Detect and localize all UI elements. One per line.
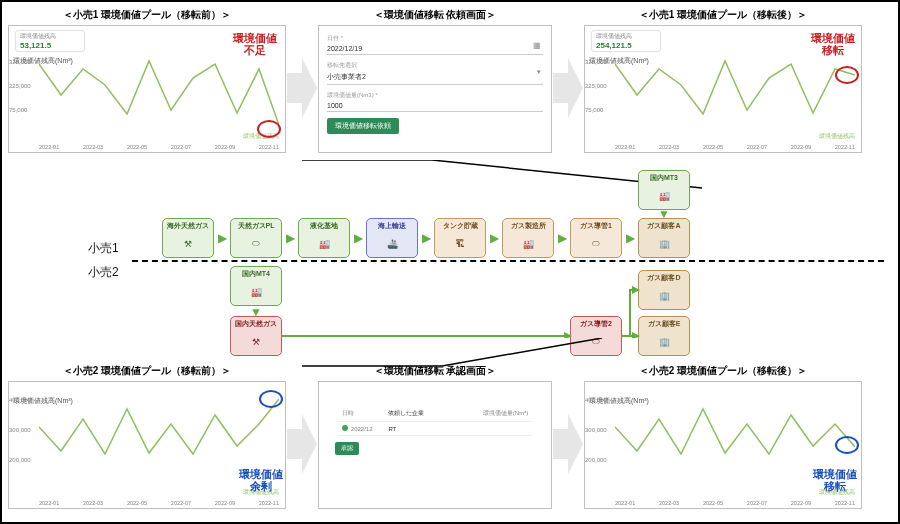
flow-arrow-icon: ▶	[488, 232, 500, 244]
lane-label-retail1: 小売1	[88, 240, 119, 257]
panel-retail1-before: ＜小売1 環境価値プール（移転前）＞ 環境価値残高 53,121.5 環境価値残…	[8, 8, 286, 160]
chart-retail1-after: 環境価値残高 254,121.5 環境価値残高(Nm³) 325,000 225…	[584, 25, 862, 153]
value-remaining-card: 環境価値残高 53,121.5	[15, 30, 85, 52]
plant-icon: 🏭	[319, 232, 330, 255]
panel-title: ＜小売1 環境価値プール（移転後）＞	[639, 8, 807, 22]
rig-icon: ⚒	[252, 330, 260, 353]
panel-transfer-approval: ＜環境価値移転 承認画面＞ 日時 依頼した企業 環境価値量(Nm³) 2022/…	[318, 364, 552, 516]
node-tank-storage[interactable]: タンク貯蔵🏗	[434, 218, 486, 258]
node-gas-pipe1[interactable]: ガス導管1⬭	[570, 218, 622, 258]
node-domestic-mt3[interactable]: 国内MT3🏭	[638, 170, 690, 210]
table-header-row: 日時 依頼した企業 環境価値量(Nm³)	[338, 406, 532, 422]
status-badge	[342, 425, 348, 431]
approve-button[interactable]: 承認	[335, 442, 359, 455]
flow-arrow-icon: ▼	[658, 208, 670, 220]
pipe-icon: ⬭	[592, 232, 600, 255]
chart-retail1-before: 環境価値残高 53,121.5 環境価値残高(Nm³) 325,000 225,…	[8, 25, 286, 153]
panel-title: ＜環境価値移転 依頼画面＞	[374, 8, 497, 22]
transfer-marker	[835, 66, 859, 84]
rig-icon: ⚒	[184, 232, 192, 255]
dest-label: 移転先選択	[327, 61, 543, 70]
arrow-icon	[552, 24, 584, 152]
shortage-marker	[257, 120, 281, 138]
amount-label: 環境価値量(Nm3) *	[327, 91, 543, 100]
transfer-approval-panel: 日時 依頼した企業 環境価値量(Nm³) 2022/12 RT 承認	[318, 381, 552, 509]
submit-transfer-button[interactable]: 環境価値移転依頼	[327, 118, 399, 134]
amount-field[interactable]: 1000	[327, 100, 543, 112]
approval-table: 日時 依頼した企業 環境価値量(Nm³) 2022/12 RT	[338, 406, 532, 436]
panel-title: ＜小売2 環境価値プール（移転前）＞	[63, 364, 231, 378]
flow-connectors	[2, 188, 898, 338]
x-axis-ticks: 2022-012022-032022-052022-072022-092022-…	[615, 144, 855, 150]
svg-marker-0	[287, 58, 317, 118]
panel-title: ＜小売1 環境価値プール（移転前）＞	[63, 8, 231, 22]
chevron-down-icon[interactable]: ▾	[537, 68, 541, 76]
node-overseas-gas[interactable]: 海外天然ガス⚒	[162, 218, 214, 258]
callout-shortage: 環境価値 不足	[233, 32, 277, 56]
lane-divider	[132, 260, 884, 262]
line-chart-svg	[39, 58, 279, 138]
node-domestic-gas[interactable]: 国内天然ガス⚒	[230, 316, 282, 356]
panel-retail2-before: ＜小売2 環境価値プール（移転前）＞ 環境価値残高(Nm³) 400,000 3…	[8, 364, 286, 516]
transfer-marker	[835, 436, 859, 454]
date-label: 日付 *	[327, 34, 543, 43]
node-gas-customer-d[interactable]: ガス顧客D🏢	[638, 270, 690, 310]
node-liquefaction[interactable]: 液化基地🏭	[298, 218, 350, 258]
supply-chain-flow: 小売1 小売2 海外天然ガス⚒ ▶ 天然ガスPL⬭ ▶ 液化基地🏭 ▶ 海上輸送…	[2, 188, 898, 338]
panel-retail2-after: ＜小売2 環境価値プール（移転後）＞ 環境価値残高(Nm³) 400,000 3…	[584, 364, 862, 516]
panel-title: ＜小売2 環境価値プール（移転後）＞	[639, 364, 807, 378]
callout-transfer: 環境価値 移転	[811, 32, 855, 56]
flow-arrow-icon: ▶	[284, 232, 296, 244]
table-row[interactable]: 2022/12 RT	[338, 422, 532, 436]
plant-icon: 🏭	[659, 184, 670, 207]
calendar-icon[interactable]: ▦	[533, 41, 541, 50]
panel-title: ＜環境価値移転 承認画面＞	[374, 364, 497, 378]
tank-icon: 🏗	[456, 232, 465, 255]
node-gas-customer-a[interactable]: ガス顧客A🏢	[638, 218, 690, 258]
x-axis-ticks: 2022-012022-032022-052022-072022-092022-…	[39, 144, 279, 150]
x-axis-ticks: 2022-012022-032022-052022-072022-092022-…	[615, 500, 855, 506]
building-icon: 🏢	[659, 232, 670, 255]
chart-retail2-after: 環境価値残高(Nm³) 400,000 300,000 200,000 2022…	[584, 381, 862, 509]
arrow-icon	[286, 380, 318, 508]
lane-label-retail2: 小売2	[88, 264, 119, 281]
arrow-icon	[286, 24, 318, 152]
flow-arrow-icon: ▶	[420, 232, 432, 244]
line-chart-svg	[615, 58, 855, 138]
transfer-request-form: 日付 * 2022/12/19▦ 移転先選択 小売事業者2▾ 環境価値量(Nm3…	[318, 25, 552, 153]
node-gas-pipe2[interactable]: ガス導管2⬭	[570, 316, 622, 356]
surplus-marker	[259, 390, 283, 408]
chart-retail2-before: 環境価値残高(Nm³) 400,000 300,000 200,000 2022…	[8, 381, 286, 509]
chart-area	[39, 58, 279, 138]
arrow-icon	[552, 380, 584, 508]
plant-icon: 🏭	[251, 280, 262, 303]
flow-arrow-icon: ▶	[352, 232, 364, 244]
node-gas-pipeline[interactable]: 天然ガスPL⬭	[230, 218, 282, 258]
ship-icon: 🚢	[387, 232, 398, 255]
chart-area	[615, 58, 855, 138]
panel-retail1-after: ＜小売1 環境価値プール（移転後）＞ 環境価値残高 254,121.5 環境価値…	[584, 8, 862, 160]
callout-surplus: 環境価値 余剰	[239, 468, 283, 492]
dest-select[interactable]: 小売事業者2▾	[327, 70, 543, 85]
factory-icon: 🏭	[523, 232, 534, 255]
svg-marker-1	[553, 58, 583, 118]
svg-marker-7	[287, 414, 317, 474]
node-gas-plant[interactable]: ガス製造所🏭	[502, 218, 554, 258]
flow-arrow-icon: ▶	[624, 232, 636, 244]
node-domestic-mt4[interactable]: 国内MT4🏭	[230, 266, 282, 306]
node-gas-customer-e[interactable]: ガス顧客E🏢	[638, 316, 690, 356]
legend: 環境価値残高	[819, 132, 855, 141]
callout-transfer: 環境価値 移転	[813, 468, 857, 492]
panel-transfer-request: ＜環境価値移転 依頼画面＞ 日付 * 2022/12/19▦ 移転先選択 小売事…	[318, 8, 552, 160]
node-marine-transport[interactable]: 海上輸送🚢	[366, 218, 418, 258]
building-icon: 🏢	[659, 330, 670, 353]
pipe-icon: ⬭	[252, 232, 260, 255]
pipe-icon: ⬭	[592, 330, 600, 353]
value-remaining-card: 環境価値残高 254,121.5	[591, 30, 661, 52]
date-field[interactable]: 2022/12/19▦	[327, 43, 543, 55]
connector-top	[2, 160, 900, 190]
svg-marker-8	[553, 414, 583, 474]
building-icon: 🏢	[659, 284, 670, 307]
flow-arrow-icon: ▶	[556, 232, 568, 244]
flow-arrow-icon: ▶	[216, 232, 228, 244]
